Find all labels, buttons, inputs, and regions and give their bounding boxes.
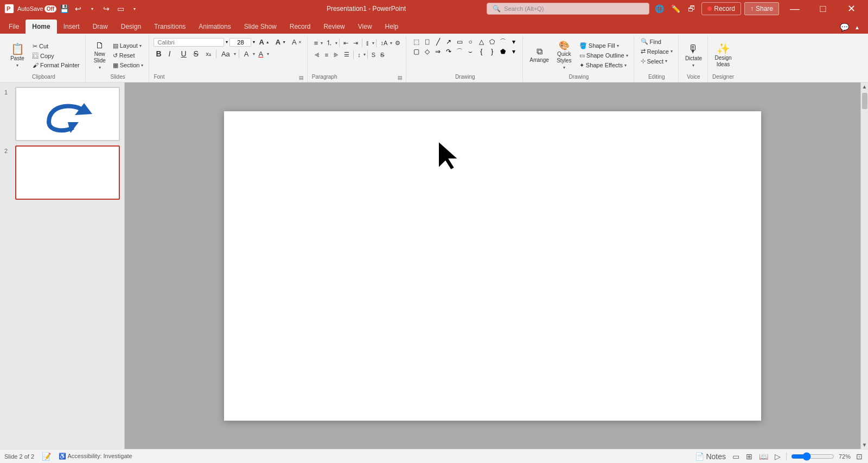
reading-view-button[interactable]: 📖 bbox=[758, 451, 769, 462]
align-right-button[interactable]: ⫸ bbox=[331, 50, 341, 59]
format-painter-button[interactable]: 🖌 Format Painter bbox=[30, 61, 82, 69]
align-left-button[interactable]: ⫷ bbox=[312, 50, 322, 59]
shape-rounded-rect-button[interactable]: ▢ bbox=[411, 47, 422, 56]
copy-button[interactable]: ⿴ Copy bbox=[30, 52, 82, 60]
tab-home[interactable]: Home bbox=[25, 20, 56, 34]
shape-oval-button[interactable]: ○ bbox=[465, 37, 476, 47]
search-bar[interactable]: 🔍 Search (Alt+Q) bbox=[487, 3, 649, 15]
shape-connector-button[interactable]: ⌒ bbox=[454, 47, 465, 56]
shape-bracket-button[interactable]: } bbox=[487, 47, 497, 56]
vertical-scrollbar[interactable]: ▲ ▼ bbox=[860, 83, 868, 449]
reset-button[interactable]: ↺ Reset bbox=[111, 51, 146, 60]
text-shadow-button[interactable]: S bbox=[369, 50, 378, 59]
tab-slideshow[interactable]: Slide Show bbox=[238, 20, 283, 34]
select-button[interactable]: ⊹ Select ▾ bbox=[639, 56, 670, 66]
shapes-expand-button[interactable]: ▾ bbox=[508, 47, 519, 56]
tab-design[interactable]: Design bbox=[114, 20, 148, 34]
tab-animations[interactable]: Animations bbox=[192, 20, 237, 34]
slide-item-1[interactable]: 1 bbox=[4, 87, 120, 141]
italic-button[interactable]: I bbox=[166, 48, 177, 59]
save-button[interactable]: 💾 bbox=[58, 2, 71, 15]
globe-icon[interactable]: 🌐 bbox=[653, 2, 666, 15]
tab-insert[interactable]: Insert bbox=[57, 20, 86, 34]
notes-button[interactable]: 📄 Notes bbox=[694, 451, 727, 462]
paste-button[interactable]: 📋 Paste ▾ bbox=[5, 39, 29, 72]
justify-button[interactable]: ☰ bbox=[342, 50, 352, 59]
shape-brace-button[interactable]: { bbox=[476, 47, 487, 56]
ribbon-collapse-button[interactable]: ▲ bbox=[851, 21, 864, 34]
slide-notes-icon[interactable]: 📝 bbox=[41, 451, 52, 462]
shape-misc-button[interactable]: ⬟ bbox=[497, 47, 508, 56]
shape-fill-button[interactable]: 🪣 Shape Fill ▾ bbox=[577, 41, 630, 50]
slide-thumbnail-2[interactable] bbox=[15, 145, 120, 200]
paragraph-expand-button[interactable]: ▤ bbox=[398, 75, 403, 80]
layout-button[interactable]: ▤ Layout ▾ bbox=[111, 41, 146, 50]
find-button[interactable]: 🔍 Find bbox=[639, 37, 663, 46]
fit-to-window-button[interactable]: ⊡ bbox=[855, 451, 864, 462]
record-button[interactable]: Record bbox=[701, 2, 741, 15]
shape-pentagon-button[interactable]: ⬠ bbox=[487, 37, 497, 47]
design-ideas-button[interactable]: ✨ DesignIdeas bbox=[712, 39, 733, 72]
shape-right-arrow-button[interactable]: ⇒ bbox=[432, 47, 443, 56]
numbering-button[interactable]: ⒈ bbox=[323, 37, 335, 49]
columns-button[interactable]: ⫿ bbox=[364, 39, 372, 47]
new-slide-button[interactable]: 🗋 NewSlide ▾ bbox=[90, 39, 110, 72]
font-name-input[interactable] bbox=[154, 38, 224, 47]
canvas-area[interactable] bbox=[125, 83, 860, 449]
bullets-button[interactable]: ≡ bbox=[312, 38, 321, 48]
highlight-button[interactable]: A bbox=[242, 49, 251, 59]
underline-button[interactable]: U bbox=[178, 48, 189, 59]
slide-item-2[interactable]: 2 bbox=[4, 145, 120, 200]
slide-thumbnail-1[interactable] bbox=[15, 87, 120, 141]
minimize-button[interactable]: — bbox=[782, 0, 807, 17]
decrease-font-button[interactable]: A▼ bbox=[273, 37, 288, 47]
shape-effects-button[interactable]: ✦ Shape Effects ▾ bbox=[577, 61, 630, 70]
align-center-button[interactable]: ≡ bbox=[323, 50, 330, 59]
tab-draw[interactable]: Draw bbox=[86, 20, 114, 34]
shape-line-button[interactable]: ╱ bbox=[432, 37, 443, 47]
shape-select-button[interactable]: ⬚ bbox=[411, 37, 422, 47]
cut-button[interactable]: ✂ Cut bbox=[30, 42, 82, 51]
share-button[interactable]: ↑ Share bbox=[744, 2, 779, 15]
scroll-thumb[interactable] bbox=[862, 93, 867, 109]
clear-format-button[interactable]: A✕ bbox=[290, 37, 304, 47]
presenter-view-button[interactable]: ▷ bbox=[774, 451, 782, 462]
strikethrough2-button[interactable]: S bbox=[378, 50, 386, 59]
undo-dropdown-button[interactable]: ▾ bbox=[86, 2, 99, 15]
tab-transitions[interactable]: Transitions bbox=[148, 20, 192, 34]
pen-icon[interactable]: ✏️ bbox=[669, 2, 682, 15]
bold-button[interactable]: B bbox=[154, 48, 164, 59]
shape-triangle-button[interactable]: △ bbox=[476, 37, 487, 47]
normal-view-button[interactable]: ▭ bbox=[731, 451, 741, 462]
font-case-button[interactable]: Aa bbox=[219, 49, 232, 59]
strikethrough-button[interactable]: S bbox=[191, 48, 202, 59]
shape-arrow-button[interactable]: ↗ bbox=[443, 37, 454, 47]
arrange-button[interactable]: ⧉ Arrange bbox=[527, 39, 551, 72]
shapes-more-button[interactable]: ▾ bbox=[508, 37, 519, 47]
indent-right-button[interactable]: ⇥ bbox=[351, 39, 360, 48]
font-size-input[interactable] bbox=[229, 38, 251, 47]
shape-rect-button[interactable]: ▭ bbox=[454, 37, 465, 47]
close-button[interactable]: ✕ bbox=[839, 0, 864, 17]
tab-view[interactable]: View bbox=[352, 20, 379, 34]
replace-button[interactable]: ⇄ Replace ▾ bbox=[639, 47, 675, 56]
subscript-button[interactable]: x₂ bbox=[203, 49, 213, 59]
increase-font-button[interactable]: A▲ bbox=[257, 37, 271, 47]
tab-help[interactable]: Help bbox=[379, 20, 405, 34]
text-direction-button[interactable]: ↕A bbox=[378, 39, 390, 47]
comments-button[interactable]: 💬 bbox=[838, 21, 851, 34]
line-spacing-button[interactable]: ↕ bbox=[355, 50, 363, 59]
dictate-button[interactable]: 🎙 Dictate ▾ bbox=[683, 39, 704, 72]
scroll-down-button[interactable]: ▼ bbox=[861, 441, 868, 449]
tab-file[interactable]: File bbox=[2, 20, 25, 34]
restore-icon[interactable]: 🗗 bbox=[685, 2, 698, 15]
shape-outline-button[interactable]: ▭ Shape Outline ▾ bbox=[577, 51, 630, 60]
shape-curved-arrow-button[interactable]: ↷ bbox=[443, 47, 454, 56]
customize-toolbar-button[interactable]: ▾ bbox=[128, 2, 141, 15]
indent-left-button[interactable]: ⇤ bbox=[341, 39, 350, 48]
slide-sorter-button[interactable]: ⊞ bbox=[745, 451, 754, 462]
shape-curve-button[interactable]: ⌒ bbox=[497, 37, 508, 47]
shape-textbox-button[interactable]: ⎕ bbox=[422, 37, 432, 47]
autosave-toggle[interactable]: Off bbox=[44, 5, 56, 12]
zoom-slider[interactable] bbox=[791, 452, 834, 461]
